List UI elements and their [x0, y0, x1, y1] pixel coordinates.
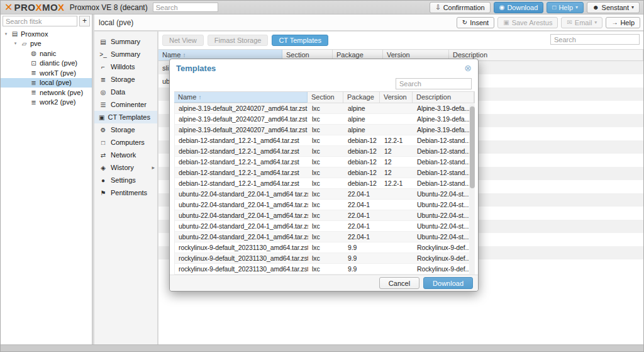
nav-item-label: Computers [111, 139, 145, 146]
template-row[interactable]: rockylinux-9-default_20231130_amd64.tar.… [175, 253, 475, 264]
column-header-version[interactable]: Version [380, 92, 413, 103]
template-description: Alpine-3.19-defa... [413, 126, 475, 133]
email-label: Email [575, 19, 592, 26]
column-header-name[interactable]: Name ↑ [174, 92, 308, 103]
confirmation-button[interactable]: ⇩ Confirrmation [430, 2, 490, 13]
nav-item[interactable]: ⇄ Network ▸ [94, 149, 157, 161]
template-row[interactable]: alpine-3.19-default_20240207_amd64.tar.z… [175, 114, 475, 125]
download-button[interactable]: ◉ Download [494, 2, 544, 13]
dialog-scrollbar[interactable] [469, 104, 475, 277]
template-row[interactable]: debian-12-standard_12.2-1_amd64.tar.zst … [175, 146, 475, 157]
node-toolbar: local (pve) ↻ Insent ▣ Save Arestus ✉ Em… [94, 14, 643, 31]
tree-item[interactable]: ▾ ⊡ diantic (pve) [1, 59, 92, 69]
tab[interactable]: CT Templates [272, 35, 328, 46]
template-package: 22.04-1 [344, 222, 380, 230]
tree-item[interactable]: ▾ ≣ work2 (pve) [1, 98, 92, 108]
email-icon: ✉ [567, 20, 572, 26]
template-row[interactable]: ubuntu-22.04-standard_22.04-1_amd64.tar.… [175, 221, 475, 232]
template-row[interactable]: rockylinux-9-default_20231130_amd64.tar.… [175, 264, 475, 275]
nav-item[interactable]: □ Computers ▸ [94, 136, 157, 149]
template-row[interactable]: alpine-3.19-default_20240207_amd64.tar.z… [175, 103, 475, 114]
help-menu-button[interactable]: □ Help ▾ [547, 2, 584, 13]
template-name: ubuntu-22.04-standard_22.04-1_amd64.tar.… [175, 201, 308, 208]
nav-item[interactable]: ≣ Storage ▸ [94, 73, 157, 86]
template-name: rockylinux-9-default_20231130_amd64.tar.… [175, 254, 308, 262]
template-description: Debian-12-stand... [413, 179, 475, 187]
tab-label: Fimast Storage [214, 37, 262, 44]
template-section: lxc [308, 190, 344, 198]
column-header-section[interactable]: Section [308, 92, 343, 103]
template-row[interactable]: ubuntu-22.04-standard_22.04-1_amd64.tar.… [175, 210, 475, 221]
nav-item[interactable]: >_ Summary ▸ [94, 48, 157, 60]
tree-item[interactable]: ▾ ▤ Proxmox [1, 29, 92, 39]
scrollbar-thumb[interactable] [470, 106, 475, 188]
template-section: lxc [308, 147, 344, 155]
email-button[interactable]: ✉ Email ▾ [561, 17, 602, 28]
tree-item[interactable]: ▾ ≣ netwonk (pve) [1, 88, 92, 98]
nav-item[interactable]: ⚑ Pentitments ▸ [94, 186, 157, 199]
template-row[interactable]: ubuntu-22.04-standard_22.04-1_amd64.tar.… [175, 232, 475, 242]
expander-icon[interactable]: ▾ [13, 41, 18, 46]
help-button[interactable]: → Help [606, 17, 640, 28]
server-icon: ▤ [11, 30, 19, 37]
template-row[interactable]: debian-12-standard_12.2-1_amd64.tar.zst … [175, 178, 475, 189]
column-header-description[interactable]: Description [449, 50, 643, 60]
confirmation-label: Confirrmation [443, 4, 485, 11]
template-name: ubuntu-22.04-standard_22.04-1_amd64.tar.… [175, 233, 308, 241]
tree-item[interactable]: ▾ ◍ nanic [1, 48, 92, 59]
nav-item[interactable]: ▣ CT Templates ▸ [94, 111, 157, 123]
template-package: debian-12 [344, 169, 380, 176]
database-icon: ≣ [30, 89, 38, 96]
insert-label: Insent [470, 19, 489, 26]
template-row[interactable]: ubuntu-22.04-standard_22.04-1_amd64.tar.… [175, 200, 475, 210]
nav-item[interactable]: ◈ Wistory ▸ [94, 161, 157, 174]
submenu-arrow-icon: ▸ [152, 164, 155, 171]
tree-filter-input[interactable] [3, 16, 77, 26]
template-section: lxc [308, 222, 344, 230]
tab[interactable]: Fimast Storage [208, 35, 269, 46]
dialog-download-button[interactable]: Download [423, 277, 473, 289]
save-button[interactable]: ▣ Save Arestus [497, 17, 558, 28]
template-package: 22.04-1 [344, 201, 380, 208]
close-icon[interactable]: ⊗ [464, 64, 472, 72]
nav-item[interactable]: ◎ Data ▸ [94, 86, 157, 98]
arrow-icon: → [611, 20, 618, 26]
template-description: Alpine-3.19-defa... [413, 115, 475, 123]
grid-search-input[interactable] [550, 34, 640, 45]
nav-item-label: Cominenter [111, 101, 147, 108]
dialog-search-input[interactable] [396, 78, 472, 89]
column-header-package[interactable]: Package [343, 92, 380, 103]
template-row[interactable]: debian-12-standard_12.2-1_amd64.tar.zst … [175, 167, 475, 178]
expander-icon[interactable]: ▾ [3, 31, 9, 37]
user-menu-button[interactable]: ☻ Senstant ▾ [587, 2, 640, 13]
template-row[interactable]: rockylinux-9-default_20231130_amd64.tar.… [175, 242, 475, 253]
tree-item[interactable]: ▾ ≣ local (pve) [1, 78, 92, 88]
column-header-description[interactable]: Description [413, 92, 474, 103]
logo-part: MO [42, 2, 58, 13]
tree-item[interactable]: ▾ ≣ workT (pve) [1, 68, 92, 78]
templates-dialog: Templates ⊗ Name ↑ Section Package Versi… [169, 59, 479, 292]
nav-item[interactable]: ☰ Cominenter ▸ [94, 98, 157, 111]
nav-item-label: Storage [111, 126, 135, 133]
template-row[interactable]: debian-12-standard_12.2-1_amd64.tar.zst … [175, 135, 475, 146]
nav-item[interactable]: ● Settings ▸ [94, 174, 157, 186]
nav-item[interactable]: ⌐ Willdots ▸ [94, 60, 157, 73]
tree-item[interactable]: ▾ ▱ pve [1, 39, 92, 49]
template-section: lxc [308, 158, 344, 166]
nav-item[interactable]: ▤ Summary ▸ [94, 35, 157, 48]
template-name: ubuntu-22.04-standard_22.04-1_amd64.tar.… [175, 212, 308, 219]
resource-tree: ▾ ▤ Proxmox ▾ ▱ pve ▾ ◍ nanic ▾ ⊡ d [1, 29, 92, 107]
chevron-down-icon: ▾ [594, 20, 597, 25]
tab[interactable]: Net View [162, 35, 204, 46]
cancel-button[interactable]: Cancel [379, 277, 419, 289]
template-row[interactable]: debian-12-standard_12.2-1_amd64.tar.zst … [175, 157, 475, 167]
template-row[interactable]: ubuntu-22.04-standard_22.04-1_amd64 tar.… [175, 189, 475, 200]
template-row[interactable]: alpine-3.19-default_20240207_amd64.tar.z… [175, 125, 475, 135]
global-search-input[interactable] [153, 3, 218, 12]
tree-add-button[interactable]: + [79, 16, 90, 26]
template-package: 9.9 [344, 244, 380, 251]
dialog-header[interactable]: Templates ⊗ [170, 59, 478, 77]
nav-item[interactable]: ⚙ Storage ▸ [94, 123, 157, 136]
template-name: ubuntu-22.04-standard_22.04-1_amd64.tar.… [175, 222, 308, 230]
insert-button[interactable]: ↻ Insent [457, 17, 494, 28]
